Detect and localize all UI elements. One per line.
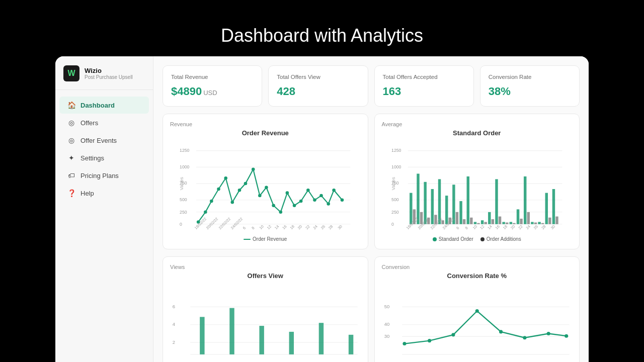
sidebar-item-pricing-plans[interactable]: 🏷 Pricing Plans — [59, 167, 149, 184]
stat-cards: Total Revenue $4890USD Total Offers View… — [163, 65, 580, 107]
svg-rect-82 — [470, 218, 472, 224]
stat-value-offers-view: 428 — [277, 85, 359, 98]
svg-rect-104 — [548, 218, 551, 224]
svg-text:30: 30 — [549, 224, 555, 230]
stat-card-offers-view: Total Offers View 428 — [268, 65, 368, 107]
logo-icon: W — [63, 65, 79, 81]
stat-value-revenue: $4890USD — [171, 85, 254, 98]
svg-rect-96 — [520, 219, 522, 224]
svg-text:6: 6 — [173, 304, 175, 309]
svg-rect-102 — [541, 223, 543, 224]
svg-text:20: 20 — [510, 224, 516, 230]
svg-point-16 — [217, 188, 220, 191]
svg-text:22: 22 — [304, 224, 310, 230]
svg-rect-78 — [455, 212, 458, 224]
svg-point-27 — [293, 204, 296, 207]
svg-point-31 — [319, 194, 323, 198]
svg-text:1000: 1000 — [180, 164, 190, 169]
svg-point-149 — [523, 336, 526, 339]
sidebar-item-dashboard[interactable]: 🏠 Dashboard — [59, 97, 149, 114]
svg-text:20/02/22: 20/02/22 — [205, 217, 219, 230]
main-content: Total Revenue $4890USD Total Offers View… — [153, 56, 589, 362]
svg-text:1250: 1250 — [391, 148, 401, 153]
legend-dot-additions — [480, 237, 485, 241]
revenue-section-label: Revenue — [170, 121, 361, 127]
svg-text:26: 26 — [320, 224, 326, 230]
conversion-section-label: Conversion — [382, 264, 573, 270]
svg-text:4: 4 — [173, 321, 175, 327]
sidebar-item-offers[interactable]: ◎ Offers — [59, 114, 149, 131]
conversion-svg: 50 40 30 — [382, 284, 573, 362]
svg-point-18 — [231, 201, 234, 204]
charts-row-1: Revenue Order Revenue 1250 1000 750 500 … — [163, 114, 580, 249]
svg-point-150 — [546, 332, 550, 335]
dashboard-icon: 🏠 — [67, 101, 75, 109]
page-title: Dashboard with Analytics — [10, 10, 634, 56]
svg-rect-87 — [488, 212, 491, 224]
svg-rect-103 — [545, 193, 547, 224]
svg-rect-93 — [509, 222, 512, 224]
svg-rect-86 — [484, 222, 487, 224]
revenue-svg: 1250 1000 750 500 250 0 Values — [170, 141, 361, 231]
svg-point-146 — [451, 333, 455, 336]
revenue-legend: Order Revenue — [170, 236, 361, 242]
svg-rect-90 — [498, 217, 501, 224]
svg-text:8: 8 — [251, 226, 255, 230]
legend-dot-standard — [433, 237, 437, 241]
logo-area: W Wizio Post Purchase Upsell — [55, 56, 153, 90]
svg-rect-134 — [289, 332, 294, 354]
svg-point-26 — [286, 191, 289, 195]
svg-text:22/02/22: 22/02/22 — [218, 217, 231, 230]
svg-text:12: 12 — [266, 224, 272, 230]
svg-text:250: 250 — [391, 210, 399, 215]
svg-rect-131 — [200, 317, 204, 354]
views-section-label: Views — [170, 264, 361, 270]
sidebar-label-dashboard: Dashboard — [80, 102, 115, 109]
svg-text:18: 18 — [289, 224, 295, 230]
conversion-chart-area: 50 40 30 — [382, 284, 573, 362]
svg-text:10: 10 — [259, 224, 265, 230]
svg-rect-95 — [516, 209, 519, 224]
help-icon: ❓ — [67, 189, 75, 197]
svg-text:Values: Values — [179, 177, 184, 191]
svg-text:30: 30 — [337, 224, 343, 230]
svg-point-147 — [475, 309, 478, 313]
sidebar-label-settings: Settings — [80, 154, 104, 162]
views-chart-title: Offers View — [170, 272, 361, 280]
stat-label-revenue: Total Revenue — [171, 74, 254, 80]
svg-point-19 — [238, 189, 242, 192]
offer-events-icon: ◎ — [67, 136, 75, 144]
app-container: W Wizio Post Purchase Upsell 🏠 Dashboard… — [55, 56, 589, 362]
brand-name: Wizio — [85, 67, 133, 74]
svg-point-25 — [279, 211, 283, 214]
svg-text:14: 14 — [487, 224, 493, 230]
sidebar-label-offer-events: Offer Events — [80, 137, 117, 144]
svg-text:28: 28 — [328, 224, 334, 230]
svg-rect-133 — [259, 326, 264, 354]
svg-text:6: 6 — [242, 226, 247, 230]
svg-text:1250: 1250 — [180, 148, 190, 153]
svg-rect-101 — [538, 222, 540, 224]
charts-row-2: Views Offers View 6 4 2 — [163, 256, 580, 362]
sidebar-label-pricing: Pricing Plans — [80, 172, 119, 179]
svg-text:20: 20 — [297, 224, 303, 230]
svg-rect-71 — [431, 189, 433, 224]
sidebar-label-offers: Offers — [80, 119, 98, 127]
svg-text:14: 14 — [274, 224, 280, 230]
svg-rect-97 — [523, 176, 526, 224]
svg-text:24: 24 — [312, 224, 318, 230]
svg-text:28: 28 — [540, 224, 546, 230]
svg-text:2: 2 — [173, 339, 175, 345]
svg-rect-94 — [513, 223, 515, 224]
svg-rect-132 — [229, 308, 234, 354]
svg-point-21 — [252, 167, 255, 171]
svg-text:16: 16 — [281, 224, 287, 230]
svg-point-148 — [499, 330, 503, 333]
sidebar-item-settings[interactable]: ✦ Settings — [59, 149, 149, 166]
sidebar-item-offer-events[interactable]: ◎ Offer Events — [59, 132, 149, 149]
svg-text:16: 16 — [494, 224, 500, 230]
svg-point-144 — [403, 342, 406, 345]
sidebar-item-help[interactable]: ❓ Help — [59, 185, 149, 202]
svg-text:250: 250 — [180, 210, 187, 215]
svg-text:24/02/22: 24/02/22 — [230, 217, 244, 230]
